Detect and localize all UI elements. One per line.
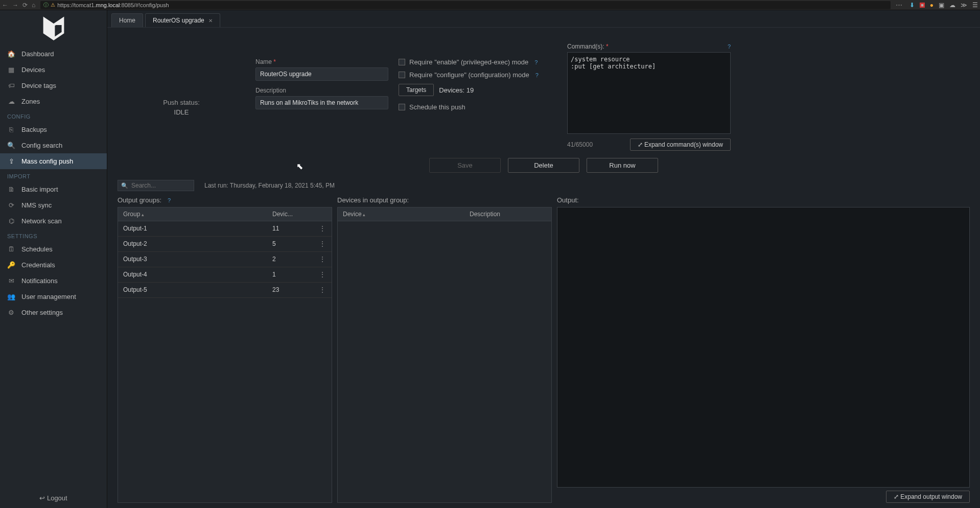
output-groups-table: Group Devic... Output-111⋮Output-25⋮Outp…	[118, 207, 332, 503]
ext-icon-1[interactable]: ■	[920, 3, 924, 8]
group-name-cell: Output-3	[118, 252, 267, 267]
push-status-label: Push status:	[163, 99, 200, 106]
sidebar-item-label: Device tags	[21, 82, 56, 89]
sidebar-item-label: Mass config push	[21, 157, 73, 165]
sidebar-item-label: Basic import	[21, 186, 58, 193]
row-menu-icon[interactable]: ⋮	[319, 286, 326, 294]
group-count-cell: 23	[267, 283, 313, 297]
expand-output-button[interactable]: ⤢ Expand output window	[886, 491, 970, 503]
row-menu-icon[interactable]: ⋮	[319, 270, 326, 279]
table-row[interactable]: Output-41⋮	[118, 267, 332, 283]
tab-label: Home	[119, 17, 135, 24]
home-icon[interactable]: ⌂	[32, 2, 35, 9]
configure-mode-checkbox[interactable]	[399, 72, 405, 78]
sidebar-item-schedules[interactable]: 🗓Schedules	[0, 241, 107, 257]
push-status-value: IDLE	[174, 108, 189, 116]
tab-routeros-upgrade[interactable]: RouterOS upgrade✕	[145, 13, 220, 27]
sidebar-item-zones[interactable]: ☁Zones	[0, 94, 107, 109]
configure-mode-label: Require "configure" (configuration) mode	[409, 71, 529, 79]
url-text: https://tomcat1.mng.local:8085/#!config/…	[57, 2, 169, 8]
lock-icon: ⓘ	[43, 2, 49, 9]
group-count-cell: 2	[267, 252, 313, 267]
logout-link[interactable]: ↩ Logout	[39, 494, 67, 502]
row-menu-icon[interactable]: ⋮	[319, 255, 326, 263]
col-device-header[interactable]: Device	[338, 207, 464, 221]
sitemap-icon: ⌬	[7, 217, 15, 225]
run-now-button[interactable]: Run now	[587, 158, 658, 173]
tachometer-icon: 🏠	[7, 50, 15, 58]
output-box	[557, 207, 970, 488]
delete-button[interactable]: Delete	[508, 158, 579, 173]
col-group-header[interactable]: Group	[118, 207, 267, 221]
name-input[interactable]	[255, 67, 388, 81]
table-row[interactable]: Output-523⋮	[118, 283, 332, 298]
last-run-text: Last run: Thursday, February 18, 2021 5:…	[204, 182, 335, 189]
group-name-cell: Output-5	[118, 283, 267, 297]
close-icon[interactable]: ✕	[208, 18, 213, 24]
help-icon[interactable]: ?	[535, 72, 539, 78]
sidebar-item-backups[interactable]: ⎘Backups	[0, 122, 107, 137]
group-count-cell: 1	[267, 267, 313, 282]
sidebar-item-label: NMS sync	[21, 201, 52, 209]
devices-count: Devices: 19	[439, 86, 474, 94]
ext-icon-3[interactable]: ▣	[939, 2, 944, 9]
forward-icon[interactable]: →	[12, 2, 18, 9]
download-icon[interactable]: ⬇	[909, 2, 915, 9]
ext-icon-2[interactable]: ●	[930, 2, 934, 9]
mail-icon: ✉	[7, 277, 15, 285]
save-button[interactable]: Save	[429, 158, 501, 173]
search-box[interactable]: 🔍	[118, 180, 194, 191]
sidebar-item-nms-sync[interactable]: ⟳NMS sync	[0, 197, 107, 213]
row-menu-icon[interactable]: ⋮	[319, 224, 326, 233]
name-label: Name	[255, 58, 388, 65]
help-icon[interactable]: ?	[728, 43, 731, 50]
description-input[interactable]	[255, 96, 388, 109]
ext-icon-4[interactable]: ☁	[949, 2, 955, 9]
enable-mode-checkbox[interactable]	[399, 59, 405, 65]
group-count-cell: 5	[267, 237, 313, 251]
sidebar-item-mass-config-push[interactable]: ⇪Mass config push	[0, 153, 107, 169]
tab-home[interactable]: Home	[111, 13, 143, 27]
help-icon[interactable]: ?	[168, 197, 171, 203]
commands-textarea[interactable]: /system resource :put [get architecture]	[567, 52, 731, 134]
sidebar-item-devices[interactable]: ▦Devices	[0, 62, 107, 78]
sidebar-item-other-settings[interactable]: ⚙Other settings	[0, 305, 107, 320]
help-icon[interactable]: ?	[534, 59, 538, 65]
row-menu-icon[interactable]: ⋮	[319, 240, 326, 248]
search-icon: 🔍	[121, 182, 128, 189]
expand-commands-button[interactable]: ⤢ Expand command(s) window	[630, 138, 731, 151]
sidebar-item-dashboard[interactable]: 🏠Dashboard	[0, 46, 107, 62]
copy-icon: ⎘	[7, 126, 15, 133]
table-row[interactable]: Output-25⋮	[118, 237, 332, 252]
col-description-header[interactable]: Description	[464, 207, 551, 221]
back-icon[interactable]: ←	[2, 2, 8, 9]
sidebar-item-basic-import[interactable]: 🗎Basic import	[0, 181, 107, 197]
sidebar-item-user-management[interactable]: 👥User management	[0, 289, 107, 305]
schedule-checkbox[interactable]	[399, 104, 405, 110]
url-bar[interactable]: ⓘ ⚠ https://tomcat1.mng.local:8085/#!con…	[40, 1, 891, 9]
reload-icon[interactable]: ⟳	[22, 2, 28, 9]
sidebar-item-device-tags[interactable]: 🏷Device tags	[0, 78, 107, 94]
group-name-cell: Output-2	[118, 237, 267, 251]
ellipsis-icon[interactable]: ⋯	[896, 1, 902, 9]
table-row[interactable]: Output-32⋮	[118, 252, 332, 267]
sidebar-item-network-scan[interactable]: ⌬Network scan	[0, 213, 107, 229]
table-row[interactable]: Output-111⋮	[118, 221, 332, 237]
sidebar-item-credentials[interactable]: 🔑Credentials	[0, 257, 107, 273]
overflow-icon[interactable]: ≫	[961, 2, 967, 9]
sidebar-item-notifications[interactable]: ✉Notifications	[0, 273, 107, 289]
sidebar-item-label: Notifications	[21, 277, 58, 285]
group-name-cell: Output-1	[118, 221, 267, 236]
col-devices-header[interactable]: Devic...	[267, 207, 313, 221]
schedule-label: Schedule this push	[409, 103, 465, 111]
warning-icon: ⚠	[51, 2, 55, 8]
sidebar-item-label: User management	[21, 293, 76, 301]
sidebar-item-config-search[interactable]: 🔍Config search	[0, 137, 107, 153]
devices-table: Device Description	[337, 207, 552, 503]
search-input[interactable]	[131, 182, 191, 189]
users-icon: 👥	[7, 293, 15, 301]
commands-label: Command(s):	[567, 43, 609, 50]
menu-icon[interactable]: ☰	[972, 2, 978, 9]
key-icon: 🔑	[7, 261, 15, 269]
targets-button[interactable]: Targets	[399, 84, 434, 96]
